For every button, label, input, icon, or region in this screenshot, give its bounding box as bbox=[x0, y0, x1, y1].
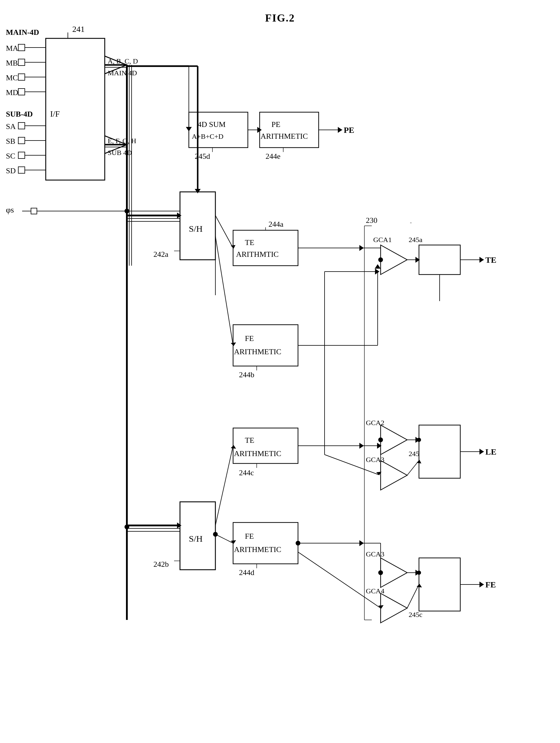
te-arith2-line1: TE bbox=[245, 436, 254, 445]
svg-point-101 bbox=[417, 571, 421, 575]
pe-arith-line1: PE bbox=[272, 120, 280, 129]
svg-line-54 bbox=[216, 534, 233, 543]
svg-point-88 bbox=[417, 438, 421, 442]
efgh-label: E, F, G, H bbox=[108, 137, 136, 145]
te-arith2-box bbox=[233, 428, 298, 464]
svg-rect-3 bbox=[18, 59, 25, 65]
svg-rect-1 bbox=[18, 44, 25, 51]
gca3b-label: GCA3 bbox=[366, 550, 384, 558]
fe-arith1-line1: FE bbox=[245, 334, 254, 343]
mb-label: MB bbox=[6, 59, 18, 67]
te-arith1-line1: TE bbox=[245, 238, 254, 247]
te-arith1-line2: ARITHMTIC bbox=[236, 250, 279, 259]
circuit-diagram: 241 I/F MAIN-4D MA MB MC MD SUB-4D SA SB bbox=[0, 0, 560, 743]
svg-marker-111 bbox=[359, 245, 364, 251]
le-out-label: LE bbox=[485, 447, 496, 456]
svg-point-91 bbox=[378, 570, 383, 575]
ref-244a: 244a bbox=[269, 220, 284, 228]
te-out-label: TE bbox=[485, 255, 496, 264]
ref-244e: 244e bbox=[266, 152, 281, 161]
svg-rect-5 bbox=[18, 74, 25, 80]
ref-241-label: 241 bbox=[72, 25, 85, 34]
gca3-symbol bbox=[381, 461, 407, 490]
svg-line-97 bbox=[298, 552, 381, 608]
main4d-out-label: MAIN 4D bbox=[108, 69, 137, 77]
sc-label: SC bbox=[6, 152, 15, 160]
gca3b-symbol bbox=[381, 558, 407, 587]
te-output-box bbox=[419, 245, 460, 274]
fe-out-label: FE bbox=[485, 580, 496, 589]
sum4d-line2: A+B+C+D bbox=[192, 133, 223, 140]
gca4-symbol bbox=[381, 593, 407, 623]
pe-arith-line2: ARITHMETIC bbox=[261, 132, 308, 140]
sh1-label: S/H bbox=[189, 224, 203, 233]
svg-marker-119 bbox=[375, 269, 379, 274]
ma-label: MA bbox=[6, 44, 18, 52]
te-arith1-box bbox=[233, 230, 298, 266]
sd-label: SD bbox=[6, 167, 16, 175]
sa-label: SA bbox=[6, 122, 16, 131]
svg-marker-93 bbox=[479, 581, 484, 587]
diagram-container: FIG.2 241 I/F MAIN-4D MA MB MC MD SUB-4D bbox=[0, 0, 560, 743]
svg-rect-11 bbox=[18, 137, 25, 144]
svg-marker-114 bbox=[359, 443, 364, 449]
svg-rect-15 bbox=[18, 167, 25, 173]
fe-arith2-box bbox=[233, 523, 298, 564]
ref-244b: 244b bbox=[239, 370, 254, 379]
svg-point-69 bbox=[378, 257, 383, 262]
gca4-label: GCA4 bbox=[366, 587, 384, 595]
svg-line-51 bbox=[216, 446, 233, 525]
ref-230: 230 bbox=[366, 216, 377, 225]
gca1-label: GCA1 bbox=[373, 236, 392, 244]
svg-marker-71 bbox=[479, 257, 484, 263]
svg-rect-26 bbox=[31, 208, 37, 214]
svg-rect-9 bbox=[18, 123, 25, 129]
sh2-label: S/H bbox=[189, 534, 203, 543]
sb-label: SB bbox=[6, 137, 15, 145]
sum4d-line1: 4D SUM bbox=[198, 120, 226, 129]
mc-label: MC bbox=[6, 74, 18, 82]
ref-245c: 245c bbox=[409, 611, 422, 618]
main4d-label: MAIN-4D bbox=[6, 28, 39, 37]
fe-arith2-line2: ARITHMETIC bbox=[234, 545, 281, 554]
svg-marker-76 bbox=[375, 264, 381, 269]
fe-arith2-line1: FE bbox=[245, 532, 254, 540]
svg-line-102 bbox=[407, 584, 419, 608]
svg-marker-116 bbox=[359, 540, 364, 546]
svg-line-38 bbox=[216, 216, 233, 248]
ref-242b: 242b bbox=[153, 560, 169, 569]
sub4d-out-label: SUB 4D bbox=[108, 149, 132, 157]
svg-rect-13 bbox=[18, 152, 25, 159]
ref-244d: 244d bbox=[239, 568, 254, 577]
svg-point-56 bbox=[213, 532, 218, 537]
fe-output-box bbox=[419, 558, 460, 611]
fe-arith1-box bbox=[233, 325, 298, 366]
ref-244c: 244c bbox=[239, 469, 254, 477]
svg-marker-82 bbox=[479, 449, 484, 454]
if-label: I/F bbox=[50, 109, 60, 118]
fe-arith1-line2: ARITHMETIC bbox=[234, 347, 281, 356]
svg-marker-65 bbox=[338, 127, 342, 133]
gca3-label: GCA3 bbox=[366, 456, 384, 464]
gca1-symbol bbox=[381, 245, 407, 274]
pe-arith-box bbox=[260, 112, 319, 147]
sub4d-label: SUB-4D bbox=[6, 110, 33, 118]
te-arith2-line2: ARITHMETIC bbox=[234, 449, 281, 458]
svg-point-80 bbox=[378, 437, 383, 442]
svg-rect-7 bbox=[18, 89, 25, 95]
pe-out-label: PE bbox=[344, 126, 354, 135]
ref-245a: 245a bbox=[409, 236, 422, 244]
md-label: MD bbox=[6, 88, 18, 97]
gca2-label: GCA2 bbox=[366, 419, 384, 427]
svg-line-41 bbox=[216, 236, 233, 345]
le-output-box bbox=[419, 425, 460, 478]
phi-s-label: φs bbox=[6, 205, 14, 214]
ref-242a: 242a bbox=[153, 250, 169, 259]
gca2-symbol bbox=[381, 425, 407, 454]
